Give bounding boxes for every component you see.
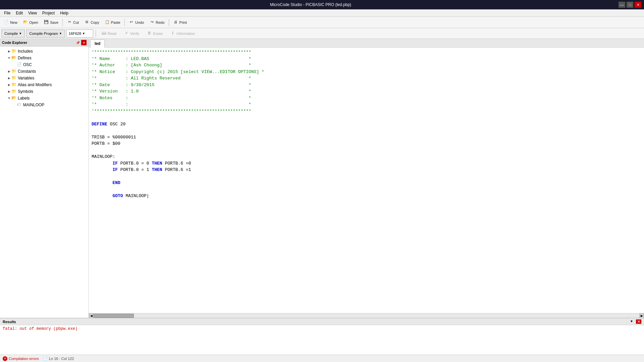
results-content: fatal: out of memory (pbpw.exe)	[0, 325, 644, 355]
status-bar: ✕ Compilation errors 📄 Ln 16 : Col 122	[0, 355, 644, 362]
sidebar-item-labels[interactable]: ▼ 📂 Labels	[0, 95, 89, 102]
save-button[interactable]: 💾 Save	[41, 18, 61, 27]
sidebar-item-constants[interactable]: ▶ 📁 Constants	[0, 68, 89, 75]
results-header-controls: ▼ ✕	[629, 319, 641, 324]
folder-closed-icon5: 📁	[11, 89, 17, 94]
read-button[interactable]: 📖 Read	[98, 29, 119, 38]
label-icon: 🏷	[17, 102, 22, 108]
sidebar-item-osc[interactable]: 📄 OSC	[0, 61, 89, 68]
separator-4	[96, 30, 96, 37]
sidebar-header-controls: 📌 ✕	[75, 40, 87, 45]
horizontal-scrollbar: ◀ ▶	[89, 313, 644, 318]
main-area: Code Explorer 📌 ✕ ▶ 📁 Includes ▼ 📂 Defin…	[0, 39, 644, 318]
error-icon: ✕	[3, 356, 7, 361]
undo-button[interactable]: ↩ Undo	[126, 18, 146, 27]
erase-icon: 🗑	[147, 31, 152, 36]
minimize-button[interactable]: —	[619, 2, 625, 8]
scroll-thumb[interactable]	[94, 314, 134, 318]
compile-dropdown: Compile ▼	[1, 29, 25, 38]
verify-button[interactable]: ✔ Verify	[121, 29, 143, 38]
sidebar-item-variables[interactable]: ▶ 📁 Variables	[0, 75, 89, 81]
folder-closed-icon4: 📁	[11, 82, 17, 87]
sidebar-item-symbols[interactable]: ▶ 📁 Symbols	[0, 88, 89, 95]
print-icon: 🖨	[173, 20, 178, 25]
folder-closed-icon3: 📁	[11, 75, 17, 81]
cursor-position: 📄 Ln 16 : Col 122	[43, 356, 74, 361]
scroll-left-button[interactable]: ◀	[89, 313, 94, 318]
chip-select[interactable]: 16F628 ▼	[66, 29, 93, 38]
menu-file[interactable]: File	[1, 10, 13, 16]
menu-help[interactable]: Help	[57, 10, 71, 16]
copy-icon: ⧉	[84, 20, 90, 25]
sidebar-item-includes[interactable]: ▶ 📁 Includes	[0, 48, 89, 55]
open-icon: 📂	[23, 20, 28, 25]
compile-program-arrow: ▼	[59, 32, 62, 35]
sidebar-item-defines[interactable]: ▼ 📂 Defines	[0, 55, 89, 61]
error-label: Compilation errors	[9, 357, 39, 361]
cut-icon: ✂	[67, 20, 72, 25]
paste-icon: 📋	[105, 20, 110, 25]
folder-closed-icon2: 📁	[11, 69, 17, 74]
close-button[interactable]: ✕	[635, 2, 641, 8]
folder-open-icon: 📂	[11, 55, 17, 61]
chip-arrow: ▼	[82, 32, 85, 35]
sidebar-header: Code Explorer 📌 ✕	[0, 39, 89, 47]
separator-2	[124, 19, 125, 26]
separator-1	[62, 19, 63, 26]
editor-tabs: led	[89, 39, 644, 48]
information-button[interactable]: ℹ Information	[167, 29, 198, 38]
sidebar-content: ▶ 📁 Includes ▼ 📂 Defines 📄 OSC	[0, 47, 89, 318]
menu-edit[interactable]: Edit	[13, 10, 25, 16]
sidebar-title: Code Explorer	[2, 41, 27, 45]
compile-bar: Compile ▼ Compile Program ▼ 16F628 ▼ 📖 R…	[0, 28, 644, 39]
compile-button[interactable]: Compile ▼	[1, 29, 25, 38]
cut-button[interactable]: ✂ Cut	[64, 18, 81, 27]
undo-icon: ↩	[129, 20, 134, 25]
scroll-right-button[interactable]: ▶	[639, 313, 644, 318]
sidebar-item-alias[interactable]: ▶ 📁 Alias and Modifiers	[0, 81, 89, 88]
results-error-text: fatal: out of memory (pbpw.exe)	[3, 326, 77, 331]
compile-arrow: ▼	[19, 32, 22, 35]
compile-program-dropdown: Compile Program ▼	[26, 29, 65, 38]
results-dropdown-button[interactable]: ▼	[629, 319, 635, 324]
sidebar-close-button[interactable]: ✕	[81, 40, 87, 45]
results-title: Results	[3, 320, 16, 324]
new-button[interactable]: 📄 New	[1, 18, 20, 27]
document-icon: 📄	[43, 356, 48, 361]
redo-icon: ↪	[149, 20, 155, 25]
new-icon: 📄	[4, 20, 9, 25]
sidebar-pin-button[interactable]: 📌	[75, 40, 80, 45]
open-button[interactable]: 📂 Open	[20, 18, 41, 27]
results-close-button[interactable]: ✕	[636, 319, 641, 324]
save-icon: 💾	[44, 20, 49, 25]
maximize-button[interactable]: □	[627, 2, 633, 8]
copy-button[interactable]: ⧉ Copy	[82, 18, 102, 27]
separator-3	[169, 19, 169, 26]
verify-icon: ✔	[124, 31, 129, 36]
compilation-error-status: ✕ Compilation errors	[3, 356, 39, 361]
compile-program-button[interactable]: Compile Program ▼	[26, 29, 65, 38]
menu-view[interactable]: View	[25, 10, 40, 16]
menu-project[interactable]: Project	[40, 10, 57, 16]
erase-button[interactable]: 🗑 Erase	[144, 29, 166, 38]
item-icon: 📄	[17, 62, 22, 67]
tab-led[interactable]: led	[90, 40, 105, 48]
title-bar-title: MicroCode Studio - PICBASIC PRO (led.pbp…	[3, 2, 619, 7]
paste-button[interactable]: 📋 Paste	[102, 18, 123, 27]
print-button[interactable]: 🖨 Print	[171, 18, 190, 27]
results-panel: Results ▼ ✕ fatal: out of memory (pbpw.e…	[0, 318, 644, 355]
toolbar: 📄 New 📂 Open 💾 Save ✂ Cut ⧉ Copy 📋 Paste…	[0, 17, 644, 28]
folder-closed-icon: 📁	[11, 49, 17, 54]
position-text: Ln 16 : Col 122	[49, 357, 74, 361]
editor-area: led '***********************************…	[89, 39, 644, 318]
sidebar-item-mainloop[interactable]: 🏷 MAINLOOP	[0, 102, 89, 108]
scroll-track	[94, 313, 639, 318]
read-icon: 📖	[101, 31, 107, 36]
title-bar: MicroCode Studio - PICBASIC PRO (led.pbp…	[0, 0, 644, 9]
editor-content[interactable]: '***************************************…	[89, 48, 644, 313]
sidebar: Code Explorer 📌 ✕ ▶ 📁 Includes ▼ 📂 Defin…	[0, 39, 89, 318]
results-header: Results ▼ ✕	[0, 318, 644, 325]
menu-bar: File Edit View Project Help	[0, 9, 644, 17]
redo-button[interactable]: ↪ Redo	[147, 18, 167, 27]
title-bar-controls: — □ ✕	[619, 2, 641, 8]
